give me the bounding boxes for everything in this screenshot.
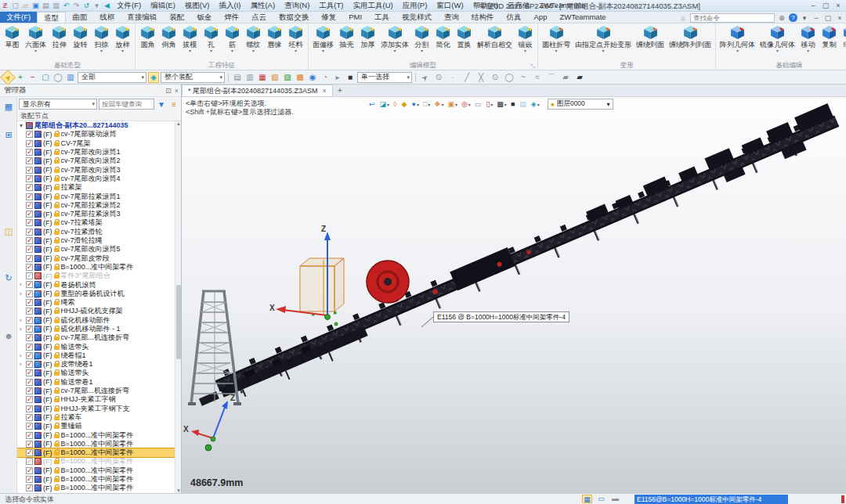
visibility-checkbox[interactable] [26,308,33,315]
snap-curve-icon[interactable]: ~ [518,72,529,83]
history-clock-icon[interactable]: ◔ [320,72,331,83]
layer-dropdown[interactable]: ● 图层0000 ▾ [548,99,613,110]
settings-gear-icon[interactable]: ⊛ [777,14,786,22]
tree-item[interactable]: (F) cv-7尾部改向滚筒4 [17,175,181,183]
ribbon-button[interactable]: 圆角 [137,24,158,54]
menu-item[interactable]: 实用工具(U) [348,0,397,11]
tree-item[interactable]: (F) HHJJ-硫化机支撑架 [17,307,181,315]
doc-close-button[interactable]: × [835,14,844,22]
snap-circle-icon[interactable]: ◯ [504,72,515,83]
zw-logo-icon[interactable]: Ƶ [0,0,10,11]
ribbon-button[interactable]: 缠绕到面 [634,24,667,54]
panel-icon[interactable]: ▬ [610,495,620,503]
dock-icon[interactable]: ⊡ [165,87,172,95]
exit-icon[interactable]: ↩ [368,99,377,110]
ribbon-button[interactable]: 螺纹 ▾ [243,24,264,54]
visibility-checkbox[interactable] [26,423,33,430]
menu-item[interactable]: 文件(F) [112,0,146,11]
tree-scrollbar[interactable]: ▲ ▼ [175,121,181,493]
dropdown-arrow-icon[interactable]: ▾ [736,49,739,54]
dropdown-arrow-icon[interactable]: ▾ [807,49,809,54]
ribbon-tab[interactable]: 文件(F) [0,12,37,23]
visibility-checkbox[interactable] [26,290,33,297]
ribbon-tab[interactable]: PMI [342,12,368,23]
tree-item[interactable]: (F) B=1000...准中间架零件 [17,457,181,466]
fly-icon[interactable]: ◆ [401,99,409,110]
tree-item[interactable]: (F) 拉紧车 [17,413,181,422]
snap-center-icon[interactable]: ⊙ [490,72,501,83]
selection-readout[interactable]: E1156@B=1000H=1000标准中间架零件-4 [634,495,788,504]
tree-item[interactable]: (F) cv-7尾部...机连接折弯 [17,387,181,395]
role-icon[interactable]: ☻ [2,329,15,342]
folder-part-icon[interactable]: ▧ [269,72,280,83]
compass-icon[interactable]: ◎▾ [461,99,472,110]
ribbon-button[interactable]: 孔 ▾ [201,24,222,54]
ribbon-button[interactable]: 面偏移 ▾ [310,24,336,54]
ribbon-button[interactable]: 扫掠 ▾ [91,24,112,54]
ribbon-tab[interactable]: 焊件 [218,12,245,23]
doc-minimize-button[interactable]: – [812,14,821,22]
dropdown-arrow-icon[interactable]: ▾ [121,49,124,54]
tree-item[interactable]: (F) B=1000...准中间架零件 [17,475,181,484]
snap-arc-icon[interactable]: ⌒ [546,72,557,83]
snap-cross-icon[interactable]: ╳ [475,72,486,83]
add-pick-icon[interactable]: + [15,72,26,83]
tree-item[interactable]: › (F) 皮带绕卷1 [17,360,181,369]
blue-swatch-icon[interactable]: ▤ [519,99,528,110]
tree-item[interactable]: (F) cv-7尾部驱动滚筒 [17,130,181,139]
tree-item[interactable]: (F) CV-7尾架 [17,139,181,148]
ribbon-button[interactable]: 圆柱折弯 ▾ [540,24,573,54]
redo-icon[interactable]: ↷ [71,0,81,11]
visibility-checkbox[interactable] [26,414,33,421]
view-manager-icon[interactable]: ◫ [2,225,15,237]
visibility-checkbox[interactable] [26,184,33,191]
tree-item[interactable]: (F) B=1000...准中间架零件 [17,430,181,439]
new-file-icon[interactable]: ▢ [10,0,20,11]
filter-list-icon[interactable]: ▥ [65,72,76,83]
ribbon-button[interactable]: 拔模 ▾ [179,24,201,54]
restore-button[interactable]: ▢ [819,0,832,11]
visibility-checkbox[interactable] [26,157,33,164]
tail-section[interactable] [197,322,372,416]
ribbon-tab[interactable]: 仿真 [501,12,528,23]
snap-free-icon[interactable]: ⊙ [433,72,444,83]
visibility-checkbox[interactable] [26,449,33,456]
visibility-checkbox[interactable] [26,317,33,324]
regen-icon[interactable]: ↺ [81,0,92,11]
ribbon-button[interactable]: 解析自相交 [475,24,515,54]
ribbon-button[interactable]: 坯料 ▾ [285,24,306,54]
ribbon-tab[interactable]: App [528,12,554,23]
tree-item[interactable]: (F) cv-7尾部皮带段 [17,254,181,262]
snap-line-icon[interactable]: ╱ [461,72,472,83]
ribbon-button[interactable]: 由指定点开始变形 ▾ [573,24,634,54]
dropdown-arrow-icon[interactable]: ▾ [100,49,103,54]
expand-arrow-icon[interactable]: › [20,361,26,368]
ribbon-button[interactable]: 镶嵌 ▾ [515,24,536,54]
ribbon-button[interactable]: 加厚 [357,24,378,54]
black-swatch-icon[interactable]: ■ [510,99,516,110]
print-icon[interactable]: ▤ [41,0,51,11]
visibility-checkbox[interactable] [26,405,33,412]
dropdown-arrow-icon[interactable]: ▾ [295,49,297,54]
flag-icon[interactable]: ▸ [332,72,343,83]
ribbon-button[interactable]: 镜像几何体 ▾ [757,24,797,54]
dropdown-arrow-icon[interactable]: ▾ [252,49,255,54]
bag-icon[interactable]: ▩ [295,72,306,83]
tree-item[interactable]: (F) B=1000...准中间架零件 [17,263,181,272]
expand-arrow-icon[interactable]: › [20,281,26,288]
menu-item[interactable]: 应用(P) [398,0,432,11]
expand-arrow-icon[interactable]: › [20,352,26,359]
eraser-icon[interactable]: ◊ [392,99,398,110]
visibility-checkbox[interactable] [26,229,33,236]
visibility-checkbox[interactable] [26,352,33,359]
selection-mode-dropdown[interactable]: 单一选择▾ [357,72,412,83]
visibility-checkbox[interactable] [26,149,33,156]
tree-item[interactable]: (F) 零件3^尾部组合 [17,272,181,280]
tree-item[interactable]: › (F) 重型的卷扬机设计机 [17,290,181,298]
tree-item[interactable]: › (F) 卷扬机滚筒 [17,280,181,289]
visibility-checkbox[interactable] [26,369,33,376]
menu-item[interactable]: 窗口(W) [432,0,468,11]
ribbon-tab[interactable]: 线框 [93,12,121,23]
display-filter-dropdown[interactable]: 显示所有▾ [19,99,97,110]
ribbon-tab[interactable]: 造型 [37,12,66,23]
